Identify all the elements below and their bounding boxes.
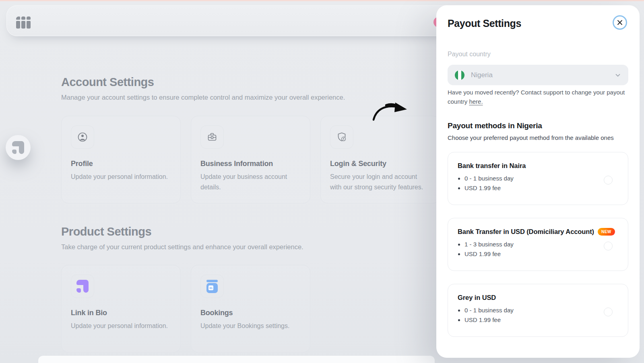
card-description: Secure your login and account with our s… [330, 172, 430, 193]
payout-method-radio[interactable] [604, 176, 613, 185]
product-settings-heading: Product Settings [61, 225, 151, 238]
method-detail: 1 - 3 business day [464, 240, 618, 248]
link-in-bio-icon [12, 141, 24, 154]
payout-country-label: Payout country [448, 51, 491, 58]
card-title: Bookings [200, 309, 301, 317]
payout-settings-panel: Payout Settings Payout country Nigeria H… [436, 5, 640, 358]
method-name: Bank transfer in Naira [458, 162, 618, 170]
payout-method-radio[interactable] [604, 308, 613, 316]
payout-method-bank-transfer-usd[interactable]: Bank Transfer in USD (Domiciliary Accoun… [448, 218, 628, 271]
account-settings-subtitle: Manage your account settings to ensure c… [61, 94, 345, 101]
account-settings-heading: Account Settings [61, 76, 154, 89]
brand-logo-icon[interactable] [16, 16, 31, 29]
method-name: Grey in USD [458, 294, 618, 301]
payout-country-value: Nigeria [471, 71, 493, 79]
close-button[interactable] [613, 15, 627, 30]
login-security-card[interactable]: Login & Security Secure your login and a… [320, 116, 440, 203]
method-details: 0 - 1 business day USD 1.99 fee [458, 306, 618, 324]
top-accent-strip [0, 0, 644, 1]
page-bottom-edge [38, 356, 435, 363]
product-settings-cards: Link in Bio Update your personal informa… [61, 265, 310, 353]
card-title: Link in Bio [71, 309, 171, 317]
payout-methods-heading: Payout methods in Nigeria [448, 121, 542, 130]
card-title: Login & Security [330, 160, 430, 168]
link-in-bio-icon [71, 275, 94, 298]
profile-card[interactable]: Profile Update your personal information… [61, 116, 181, 203]
briefcase-icon [200, 125, 224, 149]
method-detail: 0 - 1 business day [464, 306, 618, 314]
card-description: Update your business account details. [200, 172, 301, 193]
card-description: Update your personal information. [71, 321, 171, 331]
method-detail: USD 1.99 fee [464, 316, 618, 324]
contact-support-link[interactable]: here. [469, 98, 483, 105]
business-information-card[interactable]: Business Information Update your busines… [191, 116, 310, 203]
payout-country-select[interactable]: Nigeria [448, 65, 628, 85]
card-description: Update your Bookings settings. [200, 321, 301, 331]
bookings-card[interactable]: 31 Bookings Update your Bookings setting… [191, 265, 310, 353]
payout-country-help-text: Have you moved recently? Contact support… [448, 88, 625, 106]
payout-method-radio[interactable] [604, 242, 613, 250]
method-name: Bank Transfer in USD (Domiciliary Accoun… [458, 228, 618, 236]
method-details: 1 - 3 business day USD 1.99 fee [458, 240, 618, 258]
payout-methods-subheading: Choose your preferred payout method from… [448, 134, 614, 141]
x-icon [617, 20, 623, 25]
card-title: Profile [71, 160, 171, 168]
method-detail: 0 - 1 business day [464, 174, 618, 183]
nigeria-flag-icon [455, 70, 464, 80]
payout-method-bank-transfer-naira[interactable]: Bank transfer in Naira 0 - 1 business da… [448, 152, 628, 205]
shield-user-icon [330, 125, 353, 149]
product-settings-subtitle: Take charge of your current product sett… [61, 243, 303, 251]
calendar-day-label: 31 [208, 285, 213, 290]
method-detail: USD 1.99 fee [464, 184, 618, 192]
user-circle-icon [71, 125, 94, 149]
floating-link-in-bio-button[interactable] [6, 135, 31, 160]
method-detail: USD 1.99 fee [464, 250, 618, 258]
new-badge: NEW [598, 228, 615, 236]
method-details: 0 - 1 business day USD 1.99 fee [458, 174, 618, 192]
panel-title: Payout Settings [448, 18, 521, 29]
link-in-bio-card[interactable]: Link in Bio Update your personal informa… [61, 265, 181, 353]
account-settings-cards: Profile Update your personal information… [61, 116, 440, 203]
hand-drawn-arrow [359, 95, 415, 123]
calendar-icon: 31 [200, 275, 224, 298]
chevron-down-icon [615, 72, 621, 78]
card-description: Update your personal information. [71, 172, 171, 182]
card-title: Business Information [200, 160, 301, 168]
payout-method-grey-usd[interactable]: Grey in USD 0 - 1 business day USD 1.99 … [448, 284, 628, 337]
